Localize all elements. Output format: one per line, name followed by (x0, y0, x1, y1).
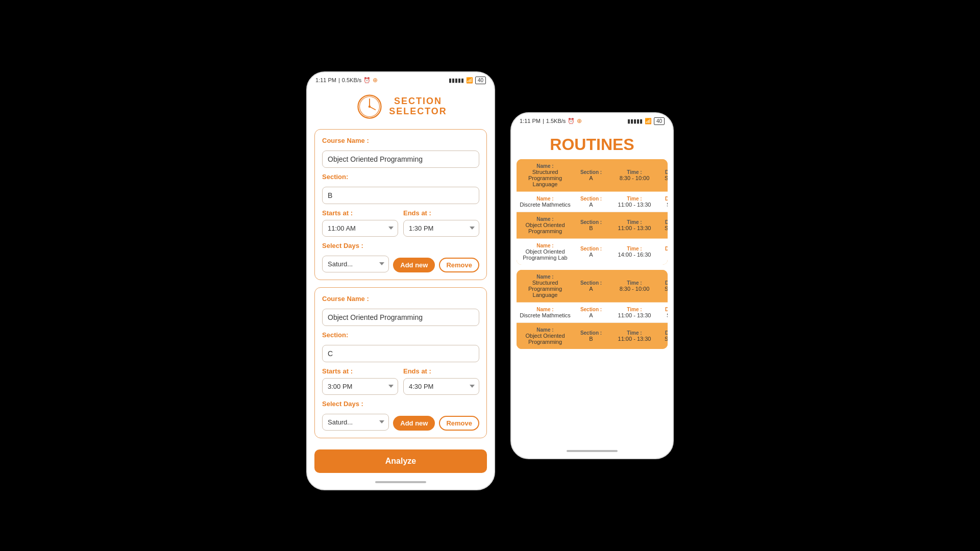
home-indicator-left (375, 481, 426, 483)
signal-icon-right: ▮▮▮▮▮ (627, 118, 643, 124)
course-card-2: Course Name : Section: Starts at : 3:00 … (314, 287, 487, 438)
signal-icon: ▮▮▮▮▮ (449, 77, 464, 84)
section-input-2[interactable] (322, 345, 479, 362)
time-right: 1:11 PM (520, 118, 541, 124)
scroll-content[interactable]: Course Name : Section: Starts at : 11:00… (307, 129, 494, 445)
ends-label-2: Ends at : (403, 367, 479, 375)
ends-group-2: Ends at : 4:30 PM (403, 367, 479, 395)
alarm-icon-right: ⏰ (568, 118, 575, 124)
ends-select-1[interactable]: 1:30 PM (403, 220, 479, 237)
days-row-1: Saturd... Add new Remove (322, 256, 479, 272)
routine-group-1: Name : Structured Programming Language S… (517, 159, 668, 265)
battery-icon: 40 (475, 77, 486, 84)
bottom-bar-right (511, 446, 673, 458)
routine-days-2-1: Days : SAT, T (657, 280, 668, 292)
routine-name-2-3: Name : Object Oriented Programming (520, 327, 571, 345)
routine-time-2-1: Time : 8:30 - 10:00 (611, 280, 657, 292)
days-select-1[interactable]: Saturd... (322, 256, 389, 272)
routine-row-2-3: Name : Object Oriented Programming Secti… (517, 323, 668, 349)
status-bar-right: 1:11 PM | 1.5KB/s ⏰ ⊕ ▮▮▮▮▮ 📶 40 (511, 113, 673, 127)
routine-days-1-3: Days : SAT, T (657, 219, 668, 231)
routine-section-1-1: Section : A (571, 169, 611, 181)
days-label-1: Select Days : (322, 242, 479, 249)
routine-section-2-2: Section : A (571, 307, 611, 318)
routine-row-1-3: Name : Object Oriented Programming Secti… (517, 212, 668, 239)
remove-button-2[interactable]: Remove (439, 416, 479, 431)
routine-section-1-3: Section : B (571, 219, 611, 231)
routine-group-2: Name : Structured Programming Language S… (517, 270, 668, 349)
starts-group-2: Starts at : 3:00 PM (322, 367, 398, 395)
phone-left: 1:11 PM | 0.5KB/s ⏰ ⊕ ▮▮▮▮▮ 📶 40 (306, 71, 495, 490)
starts-select-2[interactable]: 3:00 PM (322, 378, 398, 395)
days-row-2: Saturd... Add new Remove (322, 414, 479, 431)
routine-name-2-2: Name : Discrete Mathmetics (520, 307, 571, 318)
home-indicator-right (567, 450, 618, 452)
phone-right: 1:11 PM | 1.5KB/s ⏰ ⊕ ▮▮▮▮▮ 📶 40 ROUTINE… (510, 112, 674, 459)
course-name-label-2: Course Name : (322, 295, 479, 303)
clock-icon (354, 91, 385, 122)
routine-days-1-1: Days : SAT, T (657, 169, 668, 181)
course-name-input-2[interactable] (322, 309, 479, 326)
routine-name-2-1: Name : Structured Programming Language (520, 274, 571, 298)
time-row-2: Starts at : 3:00 PM Ends at : 4:30 PM (322, 367, 479, 395)
logo-text: SECTION SELECTOR (389, 96, 447, 117)
app-header: SECTION SELECTOR (307, 86, 494, 129)
section-label-2: Section: (322, 331, 479, 339)
routine-days-1-4: Days : T (657, 246, 668, 258)
bottom-bar-left (307, 477, 494, 489)
course-card-1: Course Name : Section: Starts at : 11:00… (314, 129, 487, 280)
routine-name-1-3: Name : Object Oriented Programming (520, 216, 571, 234)
wifi-icon-right: 📶 (645, 118, 652, 124)
routine-name-1-2: Name : Discrete Mathmetics (520, 196, 571, 208)
analyze-button[interactable]: Analyze (314, 449, 487, 473)
routine-days-1-2: Days : S, W (657, 196, 668, 208)
days-select-2[interactable]: Saturd... (322, 414, 389, 431)
logo-section: SECTION (394, 96, 442, 107)
logo-selector: SELECTOR (389, 107, 447, 117)
days-label-2: Select Days : (322, 400, 479, 408)
logo-icon-right: ⊕ (577, 117, 582, 124)
add-new-button-1[interactable]: Add new (393, 258, 435, 272)
data-speed-left: | (338, 77, 340, 83)
battery-icon-right: 40 (654, 117, 665, 125)
remove-button-1[interactable]: Remove (439, 258, 479, 272)
starts-group-1: Starts at : 11:00 AM (322, 209, 398, 237)
routine-row-2-2: Name : Discrete Mathmetics Section : A T… (517, 303, 668, 323)
logo-wrap: SECTION SELECTOR (354, 91, 447, 122)
days-select-wrap-1: Saturd... (322, 256, 389, 272)
course-name-input-1[interactable] (322, 151, 479, 168)
course-name-label-1: Course Name : (322, 137, 479, 144)
section-input-1[interactable] (322, 187, 479, 204)
ends-label-1: Ends at : (403, 209, 479, 217)
svg-point-4 (369, 105, 371, 108)
logo-icon-small: ⊕ (373, 77, 378, 84)
routine-section-2-3: Section : B (571, 330, 611, 342)
routine-row-1-2: Name : Discrete Mathmetics Section : A T… (517, 192, 668, 212)
data-speed-right: 1.5KB/s (546, 118, 566, 124)
data-speed-value-left: 0.5KB/s (342, 77, 362, 83)
routine-time-1-1: Time : 8:30 - 10:00 (611, 169, 657, 181)
starts-select-1[interactable]: 11:00 AM (322, 220, 398, 237)
routine-row-1-1: Name : Structured Programming Language S… (517, 159, 668, 192)
routine-time-2-2: Time : 11:00 - 13:30 (611, 307, 657, 318)
routine-section-2-1: Section : A (571, 280, 611, 292)
days-select-wrap-2: Saturd... (322, 414, 389, 431)
section-label-1: Section: (322, 173, 479, 181)
routine-row-1-4: Name : Object Oriented Programming Lab S… (517, 239, 668, 265)
routine-time-1-4: Time : 14:00 - 16:30 (611, 246, 657, 258)
status-bar-left: 1:11 PM | 0.5KB/s ⏰ ⊕ ▮▮▮▮▮ 📶 40 (307, 72, 494, 86)
time-left: 1:11 PM (315, 77, 336, 83)
routine-days-2-3: Days : SAT, T (657, 330, 668, 342)
routine-section-1-2: Section : A (571, 196, 611, 208)
routines-title: ROUTINES (511, 127, 673, 159)
routines-scroll[interactable]: Name : Structured Programming Language S… (511, 159, 673, 446)
ends-select-2[interactable]: 4:30 PM (403, 378, 479, 395)
routine-name-1-4: Name : Object Oriented Programming Lab (520, 243, 571, 261)
wifi-icon: 📶 (466, 77, 473, 84)
alarm-icon: ⏰ (363, 77, 371, 84)
starts-label-2: Starts at : (322, 367, 398, 375)
routine-section-1-4: Section : A (571, 246, 611, 258)
screen-container: 1:11 PM | 0.5KB/s ⏰ ⊕ ▮▮▮▮▮ 📶 40 (306, 61, 674, 490)
add-new-button-2[interactable]: Add new (393, 416, 435, 431)
starts-label-1: Starts at : (322, 209, 398, 217)
